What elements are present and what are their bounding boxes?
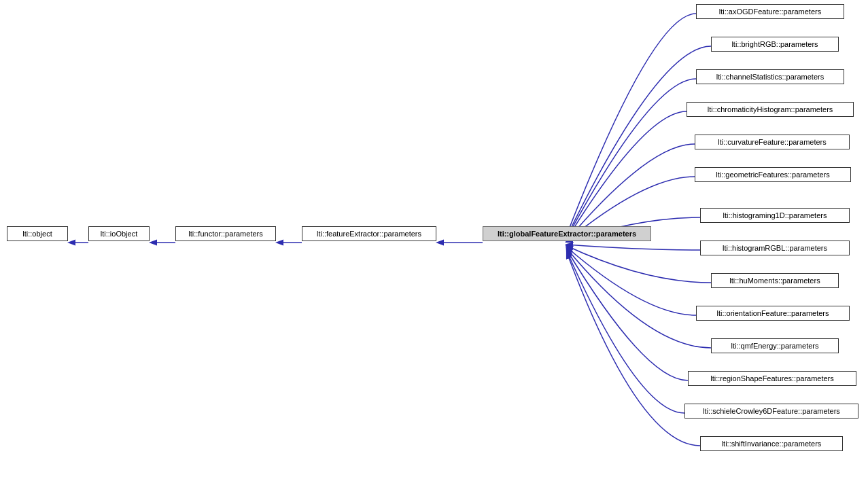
node-lti-object[interactable]: lti::object (7, 226, 68, 241)
node-qmfenergy[interactable]: lti::qmfEnergy::parameters (711, 338, 839, 353)
node-historgbl[interactable]: lti::histogramRGBL::parameters (700, 241, 850, 255)
node-center[interactable]: lti::globalFeatureExtractor::parameters (483, 226, 651, 241)
node-histo1d[interactable]: lti::histograming1D::parameters (700, 208, 850, 223)
node-lti-feature[interactable]: lti::featureExtractor::parameters (302, 226, 436, 241)
node-curvfeat[interactable]: lti::curvatureFeature::parameters (695, 135, 850, 149)
node-orientfeat[interactable]: lti::orientationFeature::parameters (696, 306, 850, 321)
node-humoments[interactable]: lti::huMoments::parameters (711, 273, 839, 288)
node-chanstat[interactable]: lti::channelStatistics::parameters (696, 69, 844, 84)
node-chromhist[interactable]: lti::chromaticityHistogram::parameters (687, 102, 854, 117)
node-axogd[interactable]: lti::axOGDFeature::parameters (696, 4, 844, 19)
node-schiele[interactable]: lti::schieleCrowley6DFeature::parameters (684, 404, 858, 419)
diagram-container: lti::object lti::ioObject lti::functor::… (0, 0, 868, 498)
node-geomfeat[interactable]: lti::geometricFeatures::parameters (695, 167, 851, 182)
node-lti-ioobject[interactable]: lti::ioObject (88, 226, 150, 241)
node-brightrgb[interactable]: lti::brightRGB::parameters (711, 37, 839, 52)
node-lti-functor[interactable]: lti::functor::parameters (175, 226, 276, 241)
node-regionshape[interactable]: lti::regionShapeFeatures::parameters (688, 371, 856, 386)
node-shiftinv[interactable]: lti::shiftInvariance::parameters (700, 436, 843, 451)
